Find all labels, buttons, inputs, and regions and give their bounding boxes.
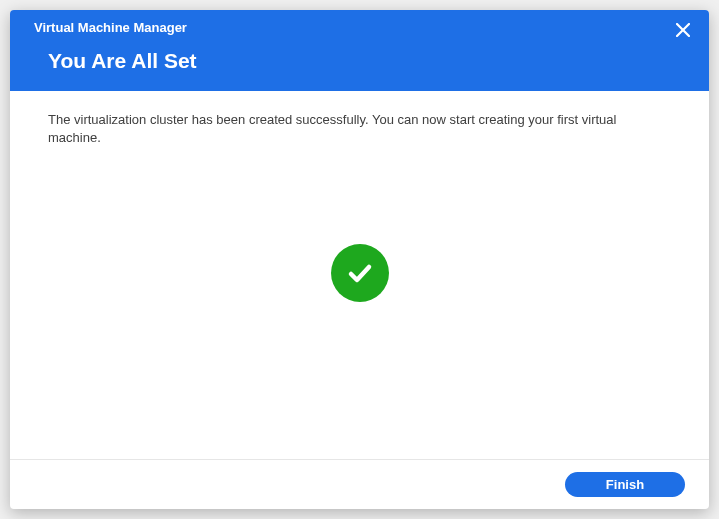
dialog: Virtual Machine Manager You Are All Set … bbox=[10, 10, 709, 509]
close-button[interactable] bbox=[673, 20, 693, 40]
success-icon bbox=[331, 244, 389, 302]
dialog-footer: Finish bbox=[10, 459, 709, 509]
close-icon bbox=[676, 23, 690, 37]
success-icon-wrap bbox=[48, 147, 671, 439]
success-message: The virtualization cluster has been crea… bbox=[48, 111, 671, 147]
app-title: Virtual Machine Manager bbox=[34, 20, 685, 35]
page-title: You Are All Set bbox=[48, 49, 685, 73]
check-icon bbox=[344, 257, 376, 289]
finish-button[interactable]: Finish bbox=[565, 472, 685, 497]
dialog-header: Virtual Machine Manager You Are All Set bbox=[10, 10, 709, 91]
dialog-content: The virtualization cluster has been crea… bbox=[10, 91, 709, 459]
